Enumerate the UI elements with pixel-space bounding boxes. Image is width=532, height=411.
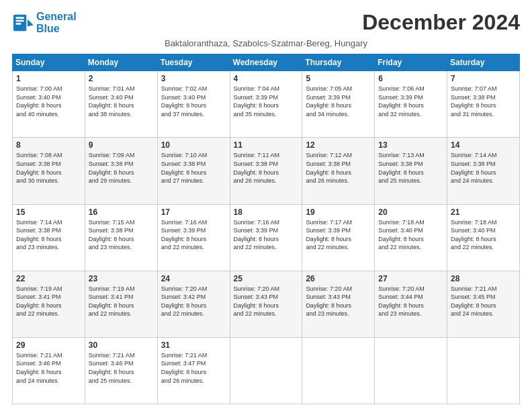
day-number: 1 [16, 74, 81, 83]
table-row: 11Sunrise: 7:11 AM Sunset: 3:38 PM Dayli… [230, 138, 302, 204]
logo: General Blue [12, 11, 77, 34]
calendar-week-row: 8Sunrise: 7:08 AM Sunset: 3:38 PM Daylig… [13, 138, 520, 204]
cell-content: Sunrise: 7:01 AM Sunset: 3:40 PM Dayligh… [89, 85, 154, 118]
subtitle: Baktaloranthaza, Szabolcs-Szatmar-Bereg,… [12, 38, 520, 48]
cell-content: Sunrise: 7:20 AM Sunset: 3:42 PM Dayligh… [161, 285, 226, 318]
table-row: 18Sunrise: 7:16 AM Sunset: 3:39 PM Dayli… [230, 204, 302, 271]
cell-content: Sunrise: 7:07 AM Sunset: 3:38 PM Dayligh… [451, 85, 516, 118]
cell-content: Sunrise: 7:19 AM Sunset: 3:41 PM Dayligh… [16, 285, 81, 318]
day-number: 6 [378, 74, 443, 83]
cell-content: Sunrise: 7:11 AM Sunset: 3:38 PM Dayligh… [234, 151, 299, 185]
day-number: 26 [306, 274, 371, 283]
cell-content: Sunrise: 7:14 AM Sunset: 3:38 PM Dayligh… [451, 151, 516, 185]
cell-content: Sunrise: 7:21 AM Sunset: 3:46 PM Dayligh… [89, 351, 154, 385]
table-row: 16Sunrise: 7:15 AM Sunset: 3:38 PM Dayli… [85, 204, 157, 271]
calendar-week-row: 15Sunrise: 7:14 AM Sunset: 3:38 PM Dayli… [13, 204, 520, 271]
col-sunday: Sunday [13, 54, 85, 71]
day-number: 10 [161, 140, 226, 150]
svg-rect-2 [16, 19, 24, 21]
table-row: 5Sunrise: 7:05 AM Sunset: 3:39 PM Daylig… [302, 71, 375, 138]
title-block: December 2024 [362, 11, 520, 34]
cell-content: Sunrise: 7:21 AM Sunset: 3:46 PM Dayligh… [16, 351, 81, 385]
cell-content: Sunrise: 7:15 AM Sunset: 3:38 PM Dayligh… [89, 218, 154, 252]
calendar-week-row: 29Sunrise: 7:21 AM Sunset: 3:46 PM Dayli… [13, 337, 520, 404]
day-number: 14 [451, 140, 516, 150]
table-row [230, 337, 302, 404]
col-thursday: Thursday [302, 54, 375, 71]
cell-content: Sunrise: 7:13 AM Sunset: 3:38 PM Dayligh… [378, 151, 443, 185]
cell-content: Sunrise: 7:14 AM Sunset: 3:38 PM Dayligh… [16, 218, 81, 252]
table-row: 2Sunrise: 7:01 AM Sunset: 3:40 PM Daylig… [85, 71, 157, 138]
day-number: 9 [89, 140, 154, 150]
table-row: 10Sunrise: 7:10 AM Sunset: 3:38 PM Dayli… [157, 138, 230, 204]
col-wednesday: Wednesday [230, 54, 302, 71]
day-number: 15 [16, 208, 81, 217]
col-saturday: Saturday [447, 54, 520, 71]
cell-content: Sunrise: 7:20 AM Sunset: 3:44 PM Dayligh… [378, 285, 443, 318]
day-number: 12 [306, 140, 371, 150]
logo-text: General Blue [36, 11, 77, 34]
cell-content: Sunrise: 7:09 AM Sunset: 3:38 PM Dayligh… [89, 151, 154, 185]
table-row: 25Sunrise: 7:20 AM Sunset: 3:43 PM Dayli… [230, 271, 302, 337]
cell-content: Sunrise: 7:20 AM Sunset: 3:43 PM Dayligh… [234, 285, 299, 318]
day-number: 29 [16, 340, 81, 350]
table-row: 8Sunrise: 7:08 AM Sunset: 3:38 PM Daylig… [13, 138, 85, 204]
table-row: 30Sunrise: 7:21 AM Sunset: 3:46 PM Dayli… [85, 337, 157, 404]
table-row: 21Sunrise: 7:18 AM Sunset: 3:40 PM Dayli… [447, 204, 520, 271]
table-row: 20Sunrise: 7:18 AM Sunset: 3:40 PM Dayli… [375, 204, 447, 271]
calendar-week-row: 22Sunrise: 7:19 AM Sunset: 3:41 PM Dayli… [13, 271, 520, 337]
calendar-table: Sunday Monday Tuesday Wednesday Thursday… [12, 54, 520, 404]
table-row: 31Sunrise: 7:21 AM Sunset: 3:47 PM Dayli… [157, 337, 230, 404]
day-number: 18 [234, 208, 299, 217]
table-row: 29Sunrise: 7:21 AM Sunset: 3:46 PM Dayli… [13, 337, 85, 404]
calendar-page: General Blue December 2024 Baktalorantha… [0, 0, 532, 411]
col-monday: Monday [85, 54, 157, 71]
logo-icon [12, 13, 34, 32]
day-number: 21 [451, 208, 516, 217]
day-number: 30 [89, 340, 154, 350]
cell-content: Sunrise: 7:18 AM Sunset: 3:40 PM Dayligh… [378, 218, 443, 252]
cell-content: Sunrise: 7:06 AM Sunset: 3:39 PM Dayligh… [378, 85, 443, 118]
table-row: 28Sunrise: 7:21 AM Sunset: 3:45 PM Dayli… [447, 271, 520, 337]
table-row: 3Sunrise: 7:02 AM Sunset: 3:40 PM Daylig… [157, 71, 230, 138]
svg-rect-3 [16, 23, 21, 25]
cell-content: Sunrise: 7:17 AM Sunset: 3:39 PM Dayligh… [306, 218, 371, 252]
table-row: 27Sunrise: 7:20 AM Sunset: 3:44 PM Dayli… [375, 271, 447, 337]
table-row [302, 337, 375, 404]
day-number: 2 [89, 74, 154, 83]
day-number: 28 [451, 274, 516, 283]
table-row: 13Sunrise: 7:13 AM Sunset: 3:38 PM Dayli… [375, 138, 447, 204]
day-number: 11 [234, 140, 299, 150]
svg-marker-4 [28, 19, 34, 26]
cell-content: Sunrise: 7:02 AM Sunset: 3:40 PM Dayligh… [161, 85, 226, 118]
cell-content: Sunrise: 7:19 AM Sunset: 3:41 PM Dayligh… [89, 285, 154, 318]
cell-content: Sunrise: 7:18 AM Sunset: 3:40 PM Dayligh… [451, 218, 516, 252]
table-row: 19Sunrise: 7:17 AM Sunset: 3:39 PM Dayli… [302, 204, 375, 271]
header-row-days: Sunday Monday Tuesday Wednesday Thursday… [13, 54, 520, 71]
table-row [447, 337, 520, 404]
calendar-week-row: 1Sunrise: 7:00 AM Sunset: 3:40 PM Daylig… [13, 71, 520, 138]
table-row: 4Sunrise: 7:04 AM Sunset: 3:39 PM Daylig… [230, 71, 302, 138]
day-number: 16 [89, 208, 154, 217]
day-number: 27 [378, 274, 443, 283]
table-row: 9Sunrise: 7:09 AM Sunset: 3:38 PM Daylig… [85, 138, 157, 204]
table-row: 24Sunrise: 7:20 AM Sunset: 3:42 PM Dayli… [157, 271, 230, 337]
table-row: 23Sunrise: 7:19 AM Sunset: 3:41 PM Dayli… [85, 271, 157, 337]
table-row [375, 337, 447, 404]
day-number: 22 [16, 274, 81, 283]
table-row: 6Sunrise: 7:06 AM Sunset: 3:39 PM Daylig… [375, 71, 447, 138]
table-row: 7Sunrise: 7:07 AM Sunset: 3:38 PM Daylig… [447, 71, 520, 138]
cell-content: Sunrise: 7:21 AM Sunset: 3:47 PM Dayligh… [161, 351, 226, 385]
header-row: General Blue December 2024 [12, 11, 520, 34]
day-number: 23 [89, 274, 154, 283]
table-row: 26Sunrise: 7:20 AM Sunset: 3:43 PM Dayli… [302, 271, 375, 337]
table-row: 1Sunrise: 7:00 AM Sunset: 3:40 PM Daylig… [13, 71, 85, 138]
svg-rect-1 [16, 17, 24, 19]
cell-content: Sunrise: 7:08 AM Sunset: 3:38 PM Dayligh… [16, 151, 81, 185]
table-row: 17Sunrise: 7:16 AM Sunset: 3:39 PM Dayli… [157, 204, 230, 271]
day-number: 8 [16, 140, 81, 150]
table-row: 15Sunrise: 7:14 AM Sunset: 3:38 PM Dayli… [13, 204, 85, 271]
cell-content: Sunrise: 7:20 AM Sunset: 3:43 PM Dayligh… [306, 285, 371, 318]
day-number: 13 [378, 140, 443, 150]
cell-content: Sunrise: 7:12 AM Sunset: 3:38 PM Dayligh… [306, 151, 371, 185]
